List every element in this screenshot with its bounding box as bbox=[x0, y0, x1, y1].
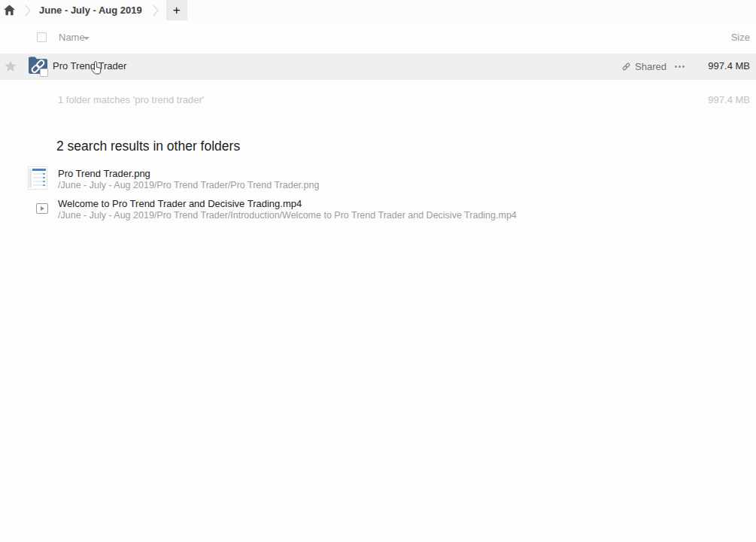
breadcrumb-item[interactable]: June - July - Aug 2019 bbox=[39, 5, 142, 16]
file-size: 997.4 MB bbox=[708, 53, 750, 80]
shared-label: Shared bbox=[635, 61, 666, 72]
more-options-icon bbox=[675, 65, 677, 68]
home-icon bbox=[4, 5, 15, 16]
file-row[interactable]: Pro Trend Trader Shared 997.4 MB bbox=[0, 53, 756, 80]
result-file-path: /June - July - Aug 2019/Pro Trend Trader… bbox=[58, 180, 319, 191]
new-file-button[interactable]: + bbox=[166, 0, 187, 20]
breadcrumb-bar: June - July - Aug 2019 + bbox=[0, 0, 756, 20]
image-thumbnail bbox=[28, 166, 47, 190]
sort-caret-icon[interactable] bbox=[83, 37, 90, 40]
search-results-heading: 2 search results in other folders bbox=[56, 139, 240, 154]
more-options-button[interactable] bbox=[671, 53, 688, 80]
chevron-separator-icon bbox=[25, 5, 31, 17]
search-result-item[interactable]: Pro Trend Trader.png /June - July - Aug … bbox=[0, 166, 756, 195]
row-checkbox[interactable] bbox=[40, 69, 48, 77]
file-name[interactable]: Pro Trend Trader bbox=[53, 53, 126, 80]
result-file-name[interactable]: Pro Trend Trader.png bbox=[58, 168, 319, 179]
column-header-size[interactable]: Size bbox=[731, 27, 750, 48]
share-link-icon bbox=[621, 62, 631, 72]
shared-button[interactable]: Shared bbox=[621, 53, 666, 80]
file-manager-page: June - July - Aug 2019 + Name Size bbox=[0, 0, 756, 542]
favorite-star-icon[interactable] bbox=[5, 60, 17, 72]
search-result-item[interactable]: Welcome to Pro Trend Trader and Decisive… bbox=[0, 196, 756, 225]
video-file-icon bbox=[36, 203, 48, 214]
select-all-checkbox[interactable] bbox=[37, 32, 47, 42]
chevron-separator-icon bbox=[153, 5, 159, 17]
summary-row: 1 folder matches 'pro trend trader' 997.… bbox=[0, 80, 756, 120]
home-button[interactable] bbox=[4, 5, 15, 16]
column-header-name[interactable]: Name bbox=[59, 27, 85, 48]
list-header: Name Size bbox=[0, 27, 756, 48]
result-file-name[interactable]: Welcome to Pro Trend Trader and Decisive… bbox=[58, 198, 517, 209]
summary-text: 1 folder matches 'pro trend trader' bbox=[58, 80, 204, 120]
summary-size: 997.4 MB bbox=[708, 80, 750, 120]
result-file-path: /June - July - Aug 2019/Pro Trend Trader… bbox=[58, 210, 517, 221]
